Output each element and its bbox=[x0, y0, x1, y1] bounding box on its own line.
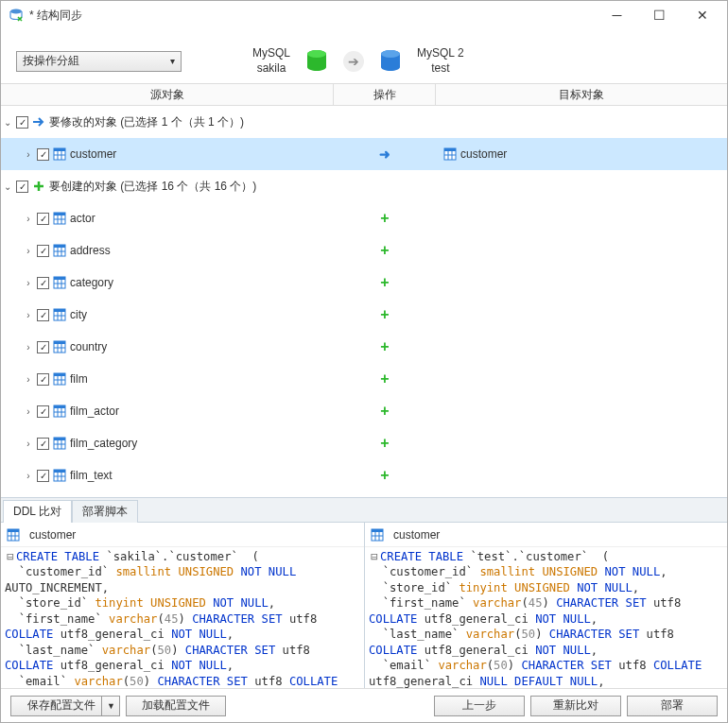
table-icon bbox=[371, 528, 384, 542]
expand-icon[interactable]: › bbox=[22, 149, 35, 160]
checkbox[interactable] bbox=[37, 277, 49, 289]
minimize-button[interactable]: ─ bbox=[596, 2, 638, 28]
svg-rect-36 bbox=[54, 341, 65, 344]
table-icon bbox=[53, 276, 66, 289]
expand-icon[interactable]: › bbox=[22, 246, 35, 256]
plus-icon: + bbox=[380, 467, 389, 484]
table-icon bbox=[53, 372, 66, 386]
maximize-button[interactable]: ☐ bbox=[638, 2, 681, 28]
diff-right-code[interactable]: ⊟CREATE TABLE `test`.`customer` ( `custo… bbox=[365, 547, 727, 688]
diff-left-name: customer bbox=[29, 528, 76, 542]
footer: 保存配置文件▼ 加载配置文件 上一步 重新比对 部署 bbox=[1, 688, 727, 722]
table-icon bbox=[53, 308, 66, 321]
item-name: customer bbox=[70, 147, 116, 161]
svg-rect-61 bbox=[8, 529, 19, 532]
svg-rect-26 bbox=[54, 277, 65, 280]
tab-ddl-compare[interactable]: DDL 比对 bbox=[3, 500, 72, 523]
database-source-icon bbox=[303, 48, 330, 75]
svg-rect-21 bbox=[54, 245, 65, 248]
checkbox[interactable] bbox=[37, 341, 49, 353]
diff-left-code[interactable]: ⊟CREATE TABLE `sakila`.`customer` ( `cus… bbox=[1, 547, 364, 688]
tree-item[interactable]: › actor + bbox=[1, 202, 727, 234]
checkbox[interactable] bbox=[37, 245, 49, 257]
tree-item[interactable]: › film_text + bbox=[1, 459, 727, 491]
table-icon bbox=[443, 147, 457, 161]
diff-right-name: customer bbox=[393, 528, 440, 542]
svg-rect-11 bbox=[444, 148, 456, 151]
diff-left: customer ⊟CREATE TABLE `sakila`.`custome… bbox=[1, 523, 364, 688]
plus-icon bbox=[32, 180, 45, 193]
load-profile-button[interactable]: 加载配置文件 bbox=[126, 696, 226, 716]
arrow-right-icon bbox=[32, 115, 45, 129]
caret-down-icon: ▼ bbox=[107, 701, 115, 711]
tree-item[interactable]: › film_actor + bbox=[1, 395, 727, 427]
expand-icon[interactable]: ⌄ bbox=[1, 181, 14, 192]
expand-icon[interactable]: › bbox=[22, 439, 35, 449]
chevron-down-icon: ▾ bbox=[170, 56, 175, 66]
flow-arrow-icon: ➔ bbox=[343, 51, 364, 72]
expand-icon[interactable]: › bbox=[22, 374, 35, 385]
checkbox[interactable] bbox=[37, 309, 49, 321]
tab-deploy-script[interactable]: 部署脚本 bbox=[72, 500, 138, 523]
object-tree[interactable]: ⌄ 要修改的对象 (已选择 1 个（共 1 个）) › customer ➜ c… bbox=[1, 106, 727, 497]
item-name: actor bbox=[70, 212, 95, 225]
table-icon bbox=[53, 244, 66, 257]
column-operation: 操作 bbox=[334, 84, 436, 105]
item-name: address bbox=[70, 244, 111, 257]
tree-item[interactable]: › film + bbox=[1, 363, 727, 395]
tree-item[interactable]: › country + bbox=[1, 331, 727, 363]
column-target: 目标对象 bbox=[436, 84, 727, 105]
source-label: MySQL sakila bbox=[252, 46, 290, 76]
checkbox[interactable] bbox=[37, 405, 49, 418]
tree-item[interactable]: › address + bbox=[1, 234, 727, 267]
diff-panel: customer ⊟CREATE TABLE `sakila`.`custome… bbox=[1, 522, 727, 688]
expand-icon[interactable]: ⌄ bbox=[1, 117, 14, 128]
checkbox[interactable] bbox=[37, 373, 49, 386]
checkbox[interactable] bbox=[37, 470, 49, 482]
checkbox[interactable] bbox=[37, 213, 49, 225]
checkbox[interactable] bbox=[37, 438, 49, 450]
target-name: customer bbox=[460, 147, 507, 161]
expand-icon[interactable]: › bbox=[22, 214, 35, 224]
recompare-button[interactable]: 重新比对 bbox=[530, 696, 621, 716]
group-label: 要修改的对象 (已选择 1 个（共 1 个）) bbox=[49, 114, 244, 130]
target-label: MySQL 2 test bbox=[417, 46, 464, 76]
table-icon bbox=[53, 212, 66, 225]
plus-icon: + bbox=[380, 210, 389, 227]
save-profile-button[interactable]: 保存配置文件▼ bbox=[10, 696, 120, 716]
svg-rect-31 bbox=[54, 309, 65, 312]
titlebar: * 结构同步 ─ ☐ ✕ bbox=[1, 1, 727, 29]
checkbox[interactable] bbox=[16, 116, 28, 129]
tree-item[interactable]: › city + bbox=[1, 299, 727, 331]
expand-icon[interactable]: › bbox=[22, 471, 35, 481]
item-name: film_actor bbox=[70, 405, 119, 418]
tabs-bar: DDL 比对 部署脚本 bbox=[1, 497, 727, 522]
diff-right: customer ⊟CREATE TABLE `test`.`customer`… bbox=[364, 523, 727, 688]
svg-rect-56 bbox=[54, 470, 65, 473]
expand-icon[interactable]: › bbox=[22, 310, 35, 320]
previous-button[interactable]: 上一步 bbox=[434, 696, 525, 716]
column-headers: 源对象 操作 目标对象 bbox=[1, 83, 727, 106]
expand-icon[interactable]: › bbox=[22, 342, 35, 353]
group-by-label: 按操作分組 bbox=[23, 53, 79, 69]
tree-group[interactable]: ⌄ 要创建的对象 (已选择 16 个（共 16 个）) bbox=[1, 170, 727, 202]
deploy-button[interactable]: 部署 bbox=[627, 696, 718, 716]
checkbox[interactable] bbox=[37, 148, 49, 161]
group-label: 要创建的对象 (已选择 16 个（共 16 个）) bbox=[49, 179, 256, 195]
checkbox[interactable] bbox=[16, 181, 28, 193]
expand-icon[interactable]: › bbox=[22, 278, 35, 288]
app-icon bbox=[9, 8, 24, 23]
svg-rect-46 bbox=[54, 405, 65, 408]
tree-group[interactable]: ⌄ 要修改的对象 (已选择 1 个（共 1 个）) bbox=[1, 106, 727, 138]
tree-item[interactable]: › film_category + bbox=[1, 427, 727, 459]
tree-item[interactable]: › customer ➜ customer bbox=[1, 138, 727, 170]
close-button[interactable]: ✕ bbox=[681, 2, 723, 28]
svg-rect-41 bbox=[54, 373, 65, 376]
group-by-dropdown[interactable]: 按操作分組 ▾ bbox=[16, 51, 182, 72]
svg-rect-6 bbox=[54, 148, 65, 151]
tree-item[interactable]: › category + bbox=[1, 267, 727, 299]
expand-icon[interactable]: › bbox=[22, 406, 35, 417]
svg-point-0 bbox=[10, 9, 22, 14]
column-source: 源对象 bbox=[1, 84, 334, 105]
plus-icon: + bbox=[380, 338, 389, 355]
